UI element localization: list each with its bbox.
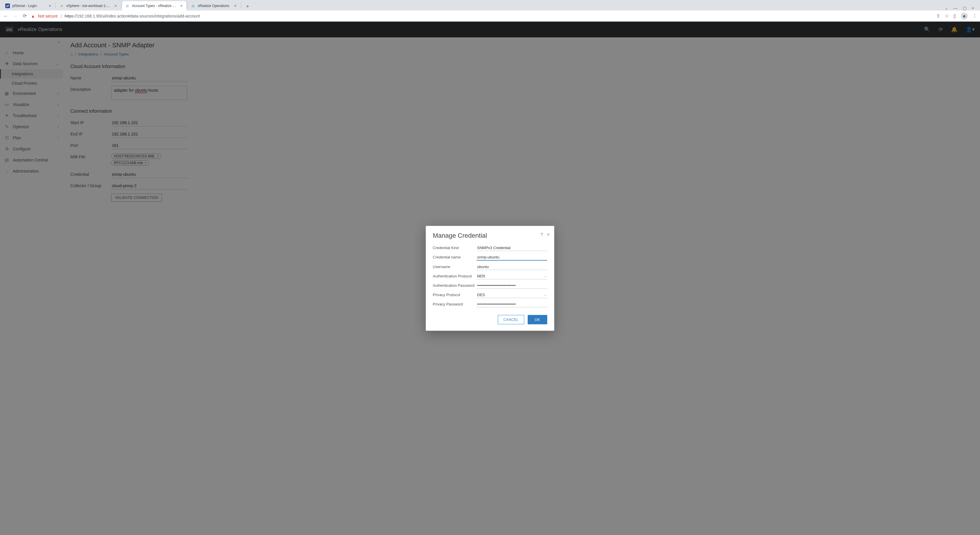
username-input[interactable] <box>477 264 547 270</box>
addr-right-icons: ⇪ ☆ ▯ ☻ ⋮ <box>936 13 977 19</box>
privacy-password-label: Privacy Password <box>433 302 477 306</box>
vrops-favicon: ◎ <box>125 3 130 8</box>
auth-password-label: Authentication Password <box>433 283 477 288</box>
url-box[interactable]: ▲ Not secure | https://192.168.1.90/ui/i… <box>31 14 933 18</box>
reload-button[interactable]: ⟳ <box>22 13 27 19</box>
close-icon[interactable]: × <box>48 4 52 8</box>
tab-separator <box>187 2 187 8</box>
tab-title: Account Types - vRealize Operat <box>132 4 177 8</box>
browser-tab[interactable]: pf pfSense - Login × <box>2 1 55 11</box>
username-label: Username <box>433 264 477 269</box>
window-controls: ⌄ — ▢ × <box>945 6 978 11</box>
auth-password-input[interactable] <box>477 282 547 289</box>
kebab-menu-icon[interactable]: ⋮ <box>972 13 977 19</box>
chevron-down-icon: ⌄ <box>544 274 547 278</box>
close-icon[interactable]: × <box>114 4 118 8</box>
app-wrap: vm vRealize Operations 🔍 ⟳ 🔔 👤▾ « ⌂ Home… <box>0 22 980 535</box>
tab-separator <box>56 2 56 8</box>
tab-separator <box>241 2 241 8</box>
close-icon[interactable]: × <box>233 4 237 8</box>
credential-name-label: Credential name <box>433 255 477 260</box>
privacy-protocol-label: Privacy Protocol <box>433 292 477 297</box>
panel-icon[interactable]: ▯ <box>953 13 956 19</box>
help-icon[interactable]: ? <box>541 232 543 237</box>
tab-title: pfSense - Login <box>12 4 46 8</box>
modal-title: Manage Credential <box>433 232 547 239</box>
new-tab-button[interactable]: + <box>243 2 252 11</box>
warning-icon: ▲ <box>31 14 35 18</box>
window-close-icon[interactable]: × <box>972 6 974 11</box>
pf-favicon: pf <box>5 3 10 8</box>
not-secure-label: Not secure <box>38 14 58 18</box>
profile-avatar[interactable]: ☻ <box>961 13 968 19</box>
browser-tab-active[interactable]: ◎ Account Types - vRealize Operat × <box>122 1 186 11</box>
credential-kind-input[interactable] <box>477 245 547 251</box>
url-separator: | <box>61 14 62 18</box>
tab-title: vSphere - tce-workload-1-md-2… <box>66 4 111 8</box>
privacy-protocol-select[interactable]: DES⌄ <box>477 292 547 298</box>
close-icon[interactable]: × <box>547 232 550 237</box>
url-text: https://192.168.1.90/ui/index.action#dat… <box>65 14 200 18</box>
privacy-password-input[interactable] <box>477 301 547 307</box>
ok-button[interactable]: OK <box>528 315 547 325</box>
maximize-icon[interactable]: ▢ <box>963 6 967 11</box>
forward-button[interactable]: → <box>12 13 18 19</box>
back-button[interactable]: ← <box>3 13 9 19</box>
browser-tab[interactable]: ⎈ vSphere - tce-workload-1-md-2… × <box>56 1 121 11</box>
chevron-down-icon: ⌄ <box>544 293 547 297</box>
star-icon[interactable]: ☆ <box>945 13 949 19</box>
credential-name-input[interactable] <box>477 254 547 261</box>
minimize-icon[interactable]: — <box>953 6 958 11</box>
cancel-button[interactable]: CANCEL <box>498 315 524 325</box>
browser-tab[interactable]: ◎ vRealize Operations × <box>188 1 240 11</box>
share-icon[interactable]: ⇪ <box>936 13 940 19</box>
auth-protocol-label: Authentication Protocol <box>433 274 477 278</box>
tab-title: vRealize Operations <box>198 4 231 8</box>
chevron-down-icon[interactable]: ⌄ <box>945 6 948 11</box>
credential-kind-label: Credential Kind <box>433 245 477 250</box>
address-bar: ← → ⟳ ▲ Not secure | https://192.168.1.9… <box>0 11 980 22</box>
vrops-favicon: ◎ <box>191 3 196 8</box>
auth-protocol-select[interactable]: MD5⌄ <box>477 273 547 279</box>
manage-credential-modal: ? × Manage Credential Credential Kind Cr… <box>426 226 554 331</box>
vsphere-favicon: ⎈ <box>59 3 64 8</box>
close-icon[interactable]: × <box>179 4 183 8</box>
browser-tab-strip: pf pfSense - Login × ⎈ vSphere - tce-wor… <box>0 0 980 11</box>
